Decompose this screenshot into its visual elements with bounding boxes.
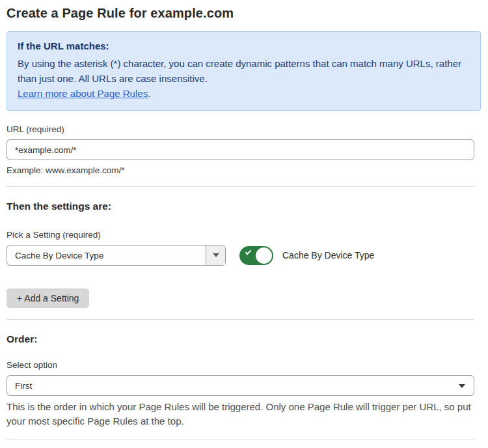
url-input[interactable]	[7, 139, 474, 160]
info-body-text: By using the asterisk (*) character, you…	[18, 56, 470, 86]
settings-section-heading: Then the settings are:	[7, 201, 481, 212]
check-icon	[245, 248, 252, 255]
setting-toggle-wrap: Cache By Device Type	[239, 246, 374, 265]
divider	[7, 440, 474, 440]
page-title: Create a Page Rule for example.com	[7, 6, 481, 21]
add-setting-button[interactable]: + Add a Setting	[7, 288, 89, 308]
setting-picker-row: Cache By Device Type Cache By Device Typ…	[7, 245, 481, 266]
link-suffix: .	[148, 88, 150, 99]
order-help-text: This is the order in which your Page Rul…	[7, 400, 474, 428]
url-field-label: URL (required)	[7, 124, 481, 134]
cache-by-device-type-toggle[interactable]	[239, 246, 273, 265]
info-heading: If the URL matches:	[18, 40, 470, 51]
setting-select[interactable]: Cache By Device Type	[7, 245, 226, 266]
order-select[interactable]: First	[7, 375, 474, 396]
page-rule-form: Create a Page Rule for example.com If th…	[0, 0, 488, 448]
order-section-heading: Order:	[7, 333, 481, 345]
learn-more-link[interactable]: Learn more about Page Rules	[18, 88, 148, 99]
order-select-value: First	[7, 376, 474, 395]
toggle-knob	[256, 247, 272, 264]
url-example-hint: Example: www.example.com/*	[7, 165, 481, 175]
url-match-info-callout: If the URL matches: By using the asteris…	[7, 31, 481, 111]
chevron-down-icon	[459, 384, 465, 388]
divider	[7, 186, 474, 187]
toggle-label: Cache By Device Type	[282, 250, 374, 260]
chevron-down-icon	[213, 253, 219, 257]
info-link-row: Learn more about Page Rules.	[18, 86, 470, 101]
order-select-label: Select option	[7, 360, 481, 370]
setting-select-value: Cache By Device Type	[7, 245, 206, 265]
setting-picker-label: Pick a Setting (required)	[7, 230, 481, 240]
setting-select-arrow-button[interactable]	[206, 245, 225, 265]
divider	[7, 319, 474, 320]
